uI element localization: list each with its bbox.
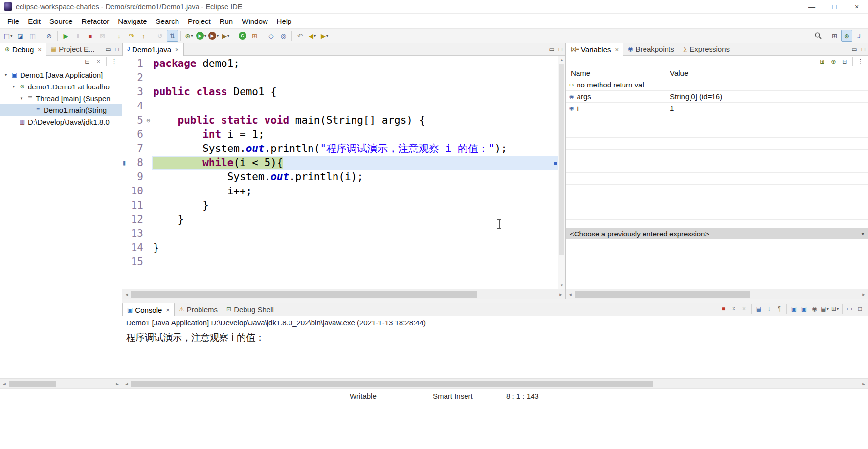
maximize-view-icon[interactable]: □	[862, 46, 865, 53]
variables-view-menu-button[interactable]: ⋮	[855, 57, 866, 66]
menu-window[interactable]: Window	[237, 15, 272, 27]
external-tools-button[interactable]: ▶▾	[220, 30, 231, 42]
minimize-view-icon[interactable]: ▭	[105, 46, 111, 53]
close-tab-icon[interactable]: ×	[166, 306, 170, 314]
scroll-right-icon[interactable]: ▸	[113, 381, 122, 387]
menu-source[interactable]: Source	[45, 15, 77, 27]
resume-button[interactable]: ▶	[60, 30, 71, 42]
column-header-value[interactable]: Value	[666, 67, 868, 79]
close-tab-icon[interactable]: ×	[38, 46, 42, 53]
step-over-button[interactable]: ↷	[126, 30, 137, 42]
variables-hscrollbar[interactable]: ◂ ▸	[566, 289, 868, 299]
debug-button[interactable]: ⊛▾	[183, 30, 195, 42]
menu-navigate[interactable]: Navigate	[113, 15, 151, 27]
column-header-name[interactable]: Name	[566, 67, 666, 79]
debug-perspective-button[interactable]: ⊛	[841, 30, 852, 42]
code-text[interactable]: public class Demo1 {	[152, 85, 558, 99]
expander-icon[interactable]: ▾	[18, 96, 25, 101]
window-close-button[interactable]: ×	[846, 0, 868, 13]
new-java-package-button[interactable]: ⊞	[249, 30, 260, 42]
scroll-thumb[interactable]	[575, 291, 750, 298]
scroll-right-icon[interactable]: ▸	[859, 291, 868, 298]
code-text[interactable]	[152, 227, 558, 241]
code-text[interactable]: System.out.println("程序调试演示，注意观察 i 的值：");	[152, 142, 558, 156]
word-wrap-button[interactable]: ¶	[775, 304, 784, 314]
show-logical-structures-button[interactable]: ⊕	[828, 57, 839, 66]
close-tab-icon[interactable]: ×	[175, 46, 179, 53]
scroll-down-icon[interactable]: ▾	[558, 282, 565, 288]
scroll-left-icon[interactable]: ◂	[122, 291, 131, 298]
maximize-view-button[interactable]: □	[855, 304, 865, 314]
window-minimize-button[interactable]: —	[801, 0, 823, 13]
java-search-button[interactable]: ◎	[278, 30, 289, 42]
show-on-stderr-button[interactable]: ▣	[800, 304, 809, 314]
open-perspective-button[interactable]: ⊞	[829, 30, 840, 42]
variables-view-tab-breakpoints[interactable]: ◉Breakpoints	[623, 43, 679, 55]
console-view-tab-problems[interactable]: ⚠Problems	[175, 303, 222, 316]
code-text[interactable]	[152, 71, 558, 85]
editor-tab-demo1-java[interactable]: JDemo1.java×	[122, 43, 184, 56]
forward-button[interactable]: ▶▾	[319, 30, 330, 42]
expander-icon[interactable]: ▾	[10, 84, 18, 89]
show-type-names-button[interactable]: ⊞	[817, 57, 827, 66]
scroll-right-icon[interactable]: ▸	[556, 291, 565, 298]
scroll-thumb[interactable]	[131, 291, 477, 298]
code-text[interactable]: while(i < 5){	[152, 156, 558, 170]
scroll-lock-button[interactable]: ↓	[764, 304, 774, 314]
menu-help[interactable]: Help	[272, 15, 296, 27]
expander-icon[interactable]: ▾	[2, 72, 10, 77]
coverage-button[interactable]: ▶▾	[208, 30, 219, 42]
scroll-right-icon[interactable]: ▸	[859, 381, 868, 387]
debug-tree-item-demo1-demo1-at-localho[interactable]: ▾⊛demo1.Demo1 at localho	[0, 81, 122, 92]
debug-tree-item-d-develop-java-jdk1-8-0[interactable]: ▥D:\Develop\Java\jdk1.8.0	[0, 116, 122, 128]
back-button[interactable]: ◀▾	[307, 30, 318, 42]
minimize-view-button[interactable]: ▭	[845, 304, 854, 314]
fold-marker-icon[interactable]: ⊖	[145, 113, 152, 128]
menu-run[interactable]: Run	[215, 15, 238, 27]
minimize-view-icon[interactable]: ▭	[851, 46, 857, 53]
console-view-tab-debug-shell[interactable]: ⊡Debug Shell	[222, 303, 278, 316]
menu-edit[interactable]: Edit	[23, 15, 45, 27]
code-text[interactable]: System.out.println(i);	[152, 170, 558, 184]
code-text[interactable]: }	[152, 198, 558, 213]
use-step-filters-button[interactable]: ⇅	[167, 30, 178, 42]
menu-refactor[interactable]: Refactor	[77, 15, 114, 27]
maximize-view-icon[interactable]: □	[115, 46, 119, 53]
console-hscrollbar[interactable]: ◂ ▸	[122, 378, 868, 388]
variable-row-args[interactable]: ◉argsString[0] (id=16)	[566, 91, 868, 103]
editor-vscrollbar[interactable]: ▴ ▾	[558, 56, 565, 289]
debug-tree-item-demo1-main-string[interactable]: ≡Demo1.main(String	[0, 104, 122, 116]
code-text[interactable]: }	[152, 241, 558, 255]
code-text[interactable]	[152, 255, 558, 269]
scroll-thumb[interactable]	[131, 381, 653, 387]
java-perspective-button[interactable]: J	[853, 30, 865, 42]
code-text[interactable]	[152, 99, 558, 113]
maximize-view-icon[interactable]: □	[559, 46, 562, 53]
variable-row-i[interactable]: ◉i1	[566, 103, 868, 114]
variables-view-tab-variables[interactable]: (x)=Variables×	[566, 43, 623, 56]
code-text[interactable]: i++;	[152, 184, 558, 198]
new-wizard-button[interactable]: ▤▾	[2, 30, 14, 42]
expression-entry-bar[interactable]: <Choose a previously entered expression>…	[566, 228, 868, 239]
debug-hscrollbar[interactable]: ◂ ▸	[0, 378, 122, 388]
scroll-left-icon[interactable]: ◂	[566, 291, 575, 298]
remove-launch-button[interactable]: ×	[729, 304, 738, 314]
collapse-all-button[interactable]: ⊟	[840, 57, 850, 66]
open-console-button[interactable]: ⊞▾	[830, 304, 840, 314]
remove-all-terminated-button[interactable]: ×	[93, 57, 104, 66]
console-view-tab-console[interactable]: ▣Console×	[122, 303, 175, 316]
scroll-thumb[interactable]	[9, 381, 56, 387]
menu-file[interactable]: File	[3, 15, 23, 27]
debug-tree-item-demo1-java-application[interactable]: ▾▣Demo1 [Java Application]	[0, 69, 122, 81]
code-text[interactable]: int i = 1;	[152, 128, 558, 142]
scroll-up-icon[interactable]: ▴	[558, 57, 565, 62]
close-tab-icon[interactable]: ×	[615, 46, 619, 53]
variables-view-tab-expressions[interactable]: ∑Expressions	[679, 43, 734, 55]
pin-console-button[interactable]: ◉	[810, 304, 819, 314]
debug-view-menu-button[interactable]: ⋮	[109, 57, 119, 66]
debug-view-tab-debug[interactable]: ⊛Debug×	[0, 43, 46, 56]
run-button[interactable]: ▶▾	[196, 30, 207, 42]
variable-row-no-method-return-val[interactable]: ↦no method return val	[566, 79, 868, 91]
scroll-thumb[interactable]	[559, 64, 564, 255]
terminate-button[interactable]: ■	[719, 304, 728, 314]
